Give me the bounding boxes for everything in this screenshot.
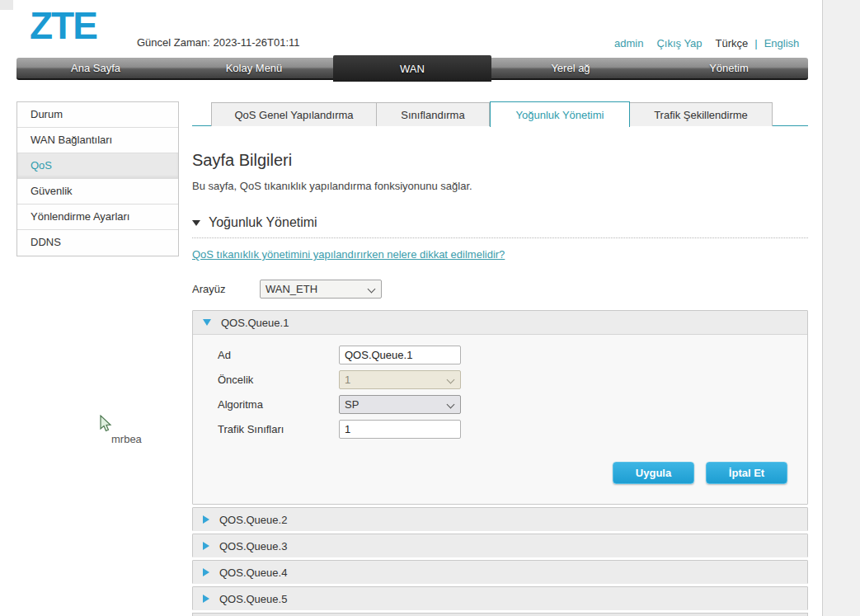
sidebar-item-qos[interactable]: QoS [17, 153, 178, 179]
cancel-button[interactable]: İptal Et [706, 462, 787, 484]
form-row-algorithm: Algoritma SP [218, 394, 787, 414]
current-time-label: Güncel Zaman: 2023-11-26T01:11 [137, 36, 300, 49]
chevron-down-icon [447, 375, 455, 383]
interface-row: Arayüz WAN_ETH [192, 280, 808, 299]
collapsed-triangle-icon [203, 542, 209, 550]
zte-logo: ZTE [30, 3, 96, 48]
algorithm-select[interactable]: SP [339, 395, 461, 414]
logout-link[interactable]: Çıkış Yap [656, 37, 702, 49]
traffic-classes-label: Trafik Sınıfları [218, 423, 339, 435]
qos-help-link[interactable]: QoS tıkanıklık yönetimini yapılandırırke… [192, 248, 505, 261]
queue-5-header[interactable]: QOS.Queue.5 [193, 587, 807, 610]
content-area: QoS Genel Yapılandırma Sınıflandırma Yoğ… [192, 101, 808, 616]
nav-item-lan[interactable]: Yerel ağ [491, 58, 650, 78]
priority-label: Öncelik [218, 374, 339, 386]
collapsed-triangle-icon [203, 515, 209, 524]
algorithm-label: Algoritma [218, 398, 339, 411]
main-navbar: Ana Sayfa Kolay Menü WAN Yerel ağ Yöneti… [16, 58, 808, 80]
watermark-text: mrbea [111, 433, 142, 445]
apply-button[interactable]: Uygula [613, 462, 694, 484]
queue-panel-collapsed: QOS.Queue.5 [192, 586, 808, 610]
tab-congestion-management[interactable]: Yoğunluk Yönetimi [490, 101, 630, 127]
queue-1-title: QOS.Queue.1 [221, 317, 289, 329]
sidebar-item-status[interactable]: Durum [17, 102, 178, 128]
interface-label: Arayüz [192, 283, 260, 295]
next-queue-panel-clipped[interactable] [192, 613, 808, 616]
tab-classification[interactable]: Sınıflandırma [377, 102, 490, 126]
screen-corner-artifact [0, 0, 13, 10]
name-input[interactable] [339, 346, 461, 364]
admin-user-link[interactable]: admin [614, 37, 643, 49]
nav-item-management[interactable]: Yönetim [650, 58, 808, 78]
queue-1-form: Ad Öncelik 1 Algoritma SP [193, 334, 807, 504]
dotted-divider [192, 237, 808, 238]
section-title: Yoğunluk Yönetimi [209, 215, 317, 230]
sidebar-menu: Durum WAN Bağlantıları QoS Güvenlik Yönl… [16, 101, 179, 256]
nav-item-home[interactable]: Ana Sayfa [16, 58, 175, 78]
queue-5-title: QOS.Queue.5 [219, 593, 287, 605]
interface-select-value: WAN_ETH [266, 283, 317, 295]
queue-4-title: QOS.Queue.4 [219, 567, 287, 579]
language-current: Türkçe [716, 37, 749, 49]
form-row-priority: Öncelik 1 [218, 369, 787, 389]
algorithm-select-value: SP [345, 398, 359, 411]
queue-2-header[interactable]: QOS.Queue.2 [193, 508, 807, 531]
collapse-triangle-icon [192, 220, 200, 226]
interface-select[interactable]: WAN_ETH [260, 280, 382, 299]
queue-panel-expanded: QOS.Queue.1 Ad Öncelik 1 [192, 310, 808, 505]
nav-item-easy-menu[interactable]: Kolay Menü [175, 58, 333, 78]
qos-tabs: QoS Genel Yapılandırma Sınıflandırma Yoğ… [192, 101, 808, 126]
sidebar-item-ddns[interactable]: DDNS [17, 230, 178, 256]
collapsed-triangle-icon [203, 595, 209, 603]
header-links: admin Çıkış Yap Türkçe | English [614, 37, 800, 49]
language-separator: | [754, 37, 757, 49]
chevron-down-icon [368, 285, 376, 294]
queue-panel-collapsed: QOS.Queue.4 [192, 560, 808, 584]
sidebar-item-wan-connections[interactable]: WAN Bağlantıları [17, 128, 178, 153]
queue-panel-collapsed: QOS.Queue.3 [192, 534, 808, 557]
priority-select: 1 [339, 370, 461, 389]
tab-qos-general[interactable]: QoS Genel Yapılandırma [211, 102, 377, 126]
language-english-link[interactable]: English [764, 37, 800, 49]
tab-spacer [192, 101, 211, 125]
tab-traffic-shaping[interactable]: Trafik Şekillendirme [630, 102, 773, 126]
nav-item-wan[interactable]: WAN [333, 55, 491, 82]
queue-2-title: QOS.Queue.2 [219, 514, 287, 526]
priority-select-value: 1 [345, 374, 350, 386]
queue-3-title: QOS.Queue.3 [219, 540, 287, 553]
sidebar-item-security[interactable]: Güvenlik [17, 179, 178, 205]
form-row-traffic-classes: Trafik Sınıfları [218, 419, 787, 439]
section-congestion-management[interactable]: Yoğunluk Yönetimi [192, 215, 808, 230]
form-buttons: Uygula İptal Et [218, 462, 787, 484]
queue-4-header[interactable]: QOS.Queue.4 [193, 561, 807, 584]
expanded-triangle-icon [203, 319, 211, 326]
queue-3-header[interactable]: QOS.Queue.3 [193, 534, 807, 557]
name-label: Ad [218, 349, 339, 361]
router-admin-page: ZTE Güncel Zaman: 2023-11-26T01:11 admin… [0, 0, 860, 616]
page-description: Bu sayfa, QoS tıkanıklık yapılandırma fo… [192, 180, 808, 192]
queue-1-header[interactable]: QOS.Queue.1 [193, 311, 807, 334]
form-row-name: Ad [218, 345, 787, 364]
page-title: Sayfa Bilgileri [192, 151, 808, 170]
chevron-down-icon [447, 400, 455, 408]
traffic-classes-input[interactable] [339, 420, 461, 439]
queue-accordion: QOS.Queue.1 Ad Öncelik 1 [192, 310, 808, 616]
page-right-margin [822, 0, 860, 616]
collapsed-triangle-icon [203, 568, 209, 576]
queue-panel-collapsed: QOS.Queue.2 [192, 507, 808, 531]
sidebar-item-routing[interactable]: Yönlendirme Ayarları [17, 205, 178, 230]
language-switcher: Türkçe | English [716, 37, 800, 49]
